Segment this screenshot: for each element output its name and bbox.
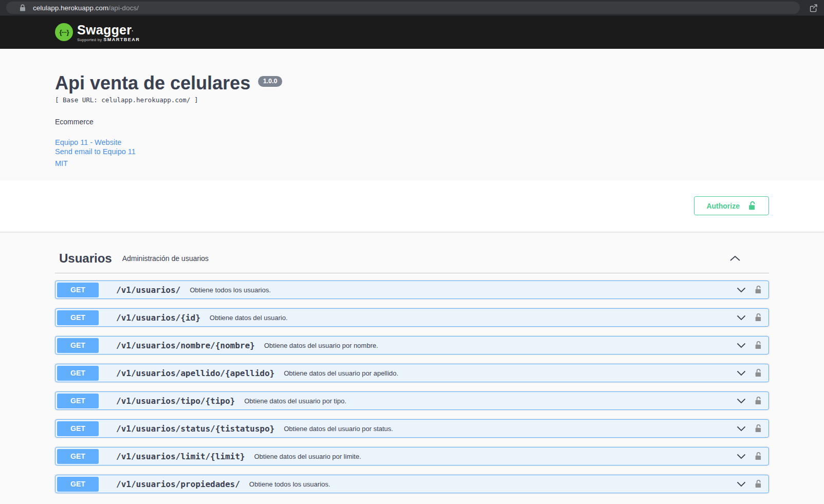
unlock-icon <box>748 201 757 211</box>
api-info-section: Api venta de celulares 1.0.0 [ Base URL:… <box>0 49 824 180</box>
method-badge: GET <box>57 338 99 353</box>
address-bar[interactable]: celulapp.herokuapp.com/api-docs/ <box>6 2 800 14</box>
chevron-down-icon[interactable] <box>737 426 746 432</box>
swagger-logo-text: Swagger. <box>77 23 140 36</box>
endpoint-row[interactable]: GET /v1/usuarios/{id} Obtiene datos del … <box>55 308 769 327</box>
endpoint-row[interactable]: GET /v1/usuarios/propiedades/ Obtiene to… <box>55 475 769 493</box>
endpoint-description: Obtiene datos del usuario. <box>210 314 288 322</box>
endpoint-row[interactable]: GET /v1/usuarios/ Obtiene todos los usua… <box>55 281 769 299</box>
chevron-down-icon[interactable] <box>737 454 746 459</box>
base-url: [ Base URL: celulapp.herokuapp.com/ ] <box>55 96 769 104</box>
method-badge: GET <box>57 477 99 492</box>
endpoint-description: Obtiene datos del usuario por tipo. <box>244 397 346 405</box>
website-link[interactable]: Equipo 11 - Website <box>55 138 121 147</box>
browser-url-bar: celulapp.herokuapp.com/api-docs/ <box>0 0 824 16</box>
share-icon[interactable] <box>809 4 818 12</box>
method-badge: GET <box>57 394 99 408</box>
method-badge: GET <box>57 283 99 297</box>
swagger-logo-icon: {···} <box>55 23 73 41</box>
unlock-icon[interactable] <box>755 424 762 433</box>
chevron-down-icon[interactable] <box>737 315 746 321</box>
url-path: /api-docs/ <box>108 4 139 12</box>
method-badge: GET <box>57 421 99 436</box>
lock-icon <box>20 4 26 11</box>
unlock-icon[interactable] <box>755 452 762 461</box>
tag-section-header[interactable]: Usuarios Administración de usuarios <box>55 246 769 273</box>
authorize-button[interactable]: Authorize <box>694 196 769 215</box>
swagger-logo: {···} Swagger. Supported bySMARTBEAR <box>55 23 140 42</box>
scheme-container: Authorize <box>0 180 824 232</box>
smartbear-tagline: Supported bySMARTBEAR <box>77 37 140 42</box>
unlock-icon[interactable] <box>755 313 762 322</box>
method-badge: GET <box>57 366 99 381</box>
endpoint-path: /v1/usuarios/ <box>116 285 180 295</box>
chevron-down-icon[interactable] <box>737 287 746 293</box>
method-badge: GET <box>57 310 99 325</box>
tag-section-usuarios: Usuarios Administración de usuarios GET … <box>55 232 769 493</box>
unlock-icon[interactable] <box>755 341 762 350</box>
endpoint-path: /v1/usuarios/propiedades/ <box>116 479 240 489</box>
endpoint-row[interactable]: GET /v1/usuarios/limit/{limit} Obtiene d… <box>55 447 769 465</box>
endpoint-list: GET /v1/usuarios/ Obtiene todos los usua… <box>55 273 769 493</box>
endpoint-row[interactable]: GET /v1/usuarios/apellido/{apellido} Obt… <box>55 364 769 382</box>
authorize-button-label: Authorize <box>706 202 740 210</box>
chevron-down-icon[interactable] <box>737 398 746 404</box>
url-host: celulapp.herokuapp.com <box>33 4 108 12</box>
endpoint-path: /v1/usuarios/tipo/{tipo} <box>116 396 235 406</box>
version-badge: 1.0.0 <box>258 76 283 87</box>
swagger-topbar: {···} Swagger. Supported bySMARTBEAR <box>0 16 824 49</box>
license-link[interactable]: MIT <box>55 159 68 168</box>
endpoint-row[interactable]: GET /v1/usuarios/tipo/{tipo} Obtiene dat… <box>55 391 769 410</box>
chevron-up-icon[interactable] <box>729 255 741 262</box>
unlock-icon[interactable] <box>755 285 762 294</box>
unlock-icon[interactable] <box>755 368 762 378</box>
page-title: Api venta de celulares <box>55 72 250 94</box>
endpoint-path: /v1/usuarios/nombre/{nombre} <box>116 341 255 350</box>
endpoint-description: Obtiene datos del usuario por limite. <box>254 453 361 460</box>
chevron-down-icon[interactable] <box>737 481 746 487</box>
endpoint-description: Obtiene todos los usuarios. <box>190 286 271 294</box>
endpoint-description: Obtiene datos del usuario por status. <box>284 425 393 433</box>
section-title: Usuarios <box>59 251 112 266</box>
endpoint-description: Obtiene datos del usuario por nombre. <box>264 342 378 349</box>
chevron-down-icon[interactable] <box>737 343 746 348</box>
unlock-icon[interactable] <box>755 479 762 489</box>
endpoint-path: /v1/usuarios/limit/{limit} <box>116 452 245 461</box>
endpoint-row[interactable]: GET /v1/usuarios/status/{tistatuspo} Obt… <box>55 419 769 438</box>
api-description: Ecommerce <box>55 118 769 126</box>
endpoint-row[interactable]: GET /v1/usuarios/nombre/{nombre} Obtiene… <box>55 336 769 354</box>
endpoint-description: Obtiene datos del usuario por apellido. <box>284 369 398 377</box>
email-link[interactable]: Send email to Equipo 11 <box>55 147 136 156</box>
chevron-down-icon[interactable] <box>737 370 746 376</box>
method-badge: GET <box>57 449 99 464</box>
endpoint-description: Obtiene todos los usuarios. <box>249 480 331 488</box>
section-subtitle: Administración de usuarios <box>122 254 209 263</box>
endpoint-path: /v1/usuarios/status/{tistatuspo} <box>116 424 274 434</box>
unlock-icon[interactable] <box>755 396 762 405</box>
endpoint-path: /v1/usuarios/apellido/{apellido} <box>116 368 274 378</box>
endpoint-path: /v1/usuarios/{id} <box>116 313 200 323</box>
